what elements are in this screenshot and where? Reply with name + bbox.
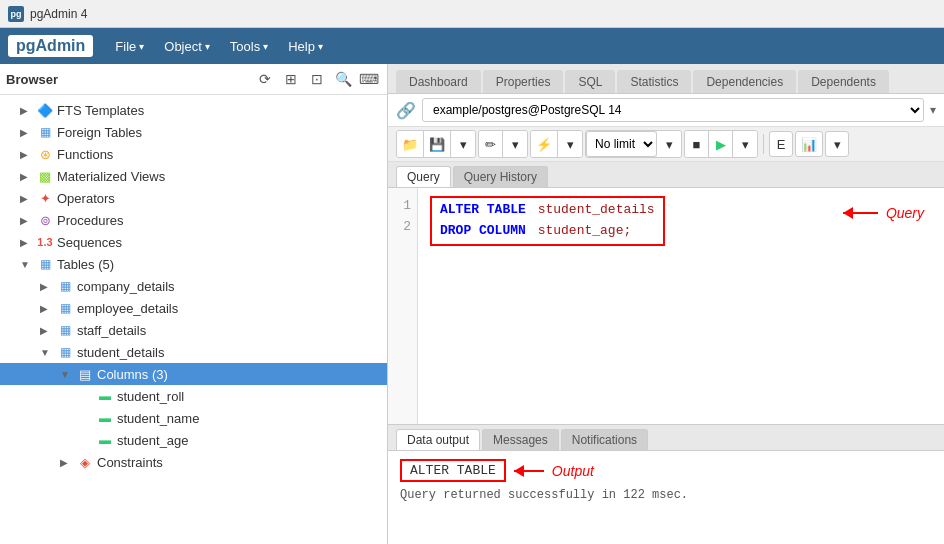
right-panel: Dashboard Properties SQL Statistics Depe…	[388, 64, 944, 544]
expand-icon[interactable]: ▶	[40, 325, 56, 336]
sidebar-item-student-details[interactable]: ▼ ▦ student_details	[0, 341, 387, 363]
tab-query[interactable]: Query	[396, 166, 451, 187]
grid-view-button[interactable]: ⊞	[279, 68, 303, 90]
sidebar-item-operators[interactable]: ▶ ✦ Operators	[0, 187, 387, 209]
proc-icon: ⊚	[36, 212, 54, 228]
save-dropdown-button[interactable]: ▾	[451, 131, 475, 157]
menu-help[interactable]: Help ▾	[278, 33, 333, 60]
expand-icon[interactable]: ▶	[60, 457, 76, 468]
run-button[interactable]: ▶	[709, 131, 733, 157]
expand-icon[interactable]: ▶	[20, 149, 36, 160]
sidebar-item-constraints[interactable]: ▶ ◈ Constraints	[0, 451, 387, 473]
output-arrow-line	[514, 470, 544, 472]
no-toggle	[80, 435, 96, 446]
sidebar-item-functions[interactable]: ▶ ⊛ Functions	[0, 143, 387, 165]
explain-analyze-button[interactable]: 📊	[795, 131, 823, 157]
code-area[interactable]: ALTER TABLE student_details DROP COLUMN …	[418, 188, 944, 424]
app-logo: pgAdmin	[8, 35, 93, 57]
expand-icon[interactable]: ▶	[20, 127, 36, 138]
arrow-line	[843, 212, 878, 214]
run-dropdown-button[interactable]: ▾	[733, 131, 757, 157]
sidebar-item-label: student_roll	[117, 389, 184, 404]
tab-dependencies[interactable]: Dependencies	[693, 70, 796, 93]
filter-button[interactable]: ⚡	[531, 131, 558, 157]
tab-notifications[interactable]: Notifications	[561, 429, 648, 450]
menu-file[interactable]: File ▾	[105, 33, 154, 60]
sidebar-item-staff-details[interactable]: ▶ ▦ staff_details	[0, 319, 387, 341]
query-tabs: Query Query History	[388, 162, 944, 188]
sidebar-item-label: Operators	[57, 191, 115, 206]
sidebar: Browser ⟳ ⊞ ⊡ 🔍 ⌨ ▶ 🔷 FTS Templates ▶ ▦ …	[0, 64, 388, 544]
tab-properties[interactable]: Properties	[483, 70, 564, 93]
connection-select[interactable]: example/postgres@PostgreSQL 14	[422, 98, 924, 122]
sidebar-item-student-name[interactable]: ▬ student_name	[0, 407, 387, 429]
expand-icon[interactable]: ▶	[20, 171, 36, 182]
sidebar-item-mat-views[interactable]: ▶ ▩ Materialized Views	[0, 165, 387, 187]
sidebar-item-company-details[interactable]: ▶ ▦ company_details	[0, 275, 387, 297]
sidebar-item-employee-details[interactable]: ▶ ▦ employee_details	[0, 297, 387, 319]
limit-control: No limit 100 500 1000 ▾	[585, 130, 682, 158]
logo-text: pgAdmin	[16, 37, 85, 54]
tab-dashboard[interactable]: Dashboard	[396, 70, 481, 93]
sidebar-tree[interactable]: ▶ 🔷 FTS Templates ▶ ▦ Foreign Tables ▶ ⊛…	[0, 95, 387, 544]
keyword-drop: DROP COLUMN	[440, 221, 526, 242]
tab-data-output[interactable]: Data output	[396, 429, 480, 450]
line-numbers: 1 2	[388, 188, 418, 424]
query-editor[interactable]: 1 2 ALTER TABLE student_details DROP COL…	[388, 188, 944, 424]
tab-query-history[interactable]: Query History	[453, 166, 548, 187]
expand-icon[interactable]: ▶	[20, 215, 36, 226]
sidebar-item-label: staff_details	[77, 323, 146, 338]
sidebar-item-fts[interactable]: ▶ 🔷 FTS Templates	[0, 99, 387, 121]
expand-icon[interactable]: ▶	[40, 281, 56, 292]
tab-messages[interactable]: Messages	[482, 429, 559, 450]
terminal-button[interactable]: ⌨	[357, 68, 381, 90]
expand-icon[interactable]: ▶	[20, 237, 36, 248]
tab-dependents[interactable]: Dependents	[798, 70, 889, 93]
sidebar-item-label: student_details	[77, 345, 164, 360]
query-editor-wrapper: Query Query History 1 2 ALTER TABLE stud…	[388, 162, 944, 424]
output-label-text: Output	[552, 463, 594, 479]
expand-icon[interactable]: ▶	[20, 193, 36, 204]
sidebar-item-student-age[interactable]: ▬ student_age	[0, 429, 387, 451]
sidebar-item-procedures[interactable]: ▶ ⊚ Procedures	[0, 209, 387, 231]
filter-dropdown-button[interactable]: ▾	[558, 131, 582, 157]
separator	[763, 134, 764, 154]
sidebar-item-columns[interactable]: ▼ ▤ Columns (3)	[0, 363, 387, 385]
limit-dropdown-button[interactable]: ▾	[657, 131, 681, 157]
sidebar-item-student-roll[interactable]: ▬ student_roll	[0, 385, 387, 407]
edit-button[interactable]: ✏	[479, 131, 503, 157]
tab-sql[interactable]: SQL	[565, 70, 615, 93]
connection-bar: 🔗 example/postgres@PostgreSQL 14 ▾	[388, 94, 944, 127]
more-button[interactable]: ▾	[825, 131, 849, 157]
collapse-icon[interactable]: ▼	[60, 369, 76, 380]
collapse-icon[interactable]: ▼	[40, 347, 56, 358]
menu-tools[interactable]: Tools ▾	[220, 33, 278, 60]
expand-icon[interactable]: ▶	[20, 105, 36, 116]
func-icon: ⊛	[36, 146, 54, 162]
chevron-down-icon: ▾	[318, 41, 323, 52]
menu-object[interactable]: Object ▾	[154, 33, 220, 60]
search-button[interactable]: 🔍	[331, 68, 355, 90]
refresh-button[interactable]: ⟳	[253, 68, 277, 90]
table-icon: ▦	[56, 344, 74, 360]
edit-dropdown-button[interactable]: ▾	[503, 131, 527, 157]
app-title: pgAdmin 4	[30, 7, 87, 21]
filter-button[interactable]: ⊡	[305, 68, 329, 90]
open-file-button[interactable]: 📁	[397, 131, 424, 157]
app-icon: pg	[8, 6, 24, 22]
fts-icon: 🔷	[36, 102, 54, 118]
stop-button[interactable]: ■	[685, 131, 709, 157]
sidebar-item-label: Sequences	[57, 235, 122, 250]
sql-line-1: ALTER TABLE student_details	[440, 200, 655, 221]
sidebar-item-foreign-tables[interactable]: ▶ ▦ Foreign Tables	[0, 121, 387, 143]
save-file-button[interactable]: 💾	[424, 131, 451, 157]
sidebar-item-tables[interactable]: ▼ ▦ Tables (5)	[0, 253, 387, 275]
limit-select[interactable]: No limit 100 500 1000	[586, 131, 657, 157]
sidebar-item-label: Constraints	[97, 455, 163, 470]
explain-button[interactable]: E	[769, 131, 793, 157]
tab-statistics[interactable]: Statistics	[617, 70, 691, 93]
collapse-icon[interactable]: ▼	[20, 259, 36, 270]
query-annotation: Query	[843, 202, 924, 224]
expand-icon[interactable]: ▶	[40, 303, 56, 314]
sidebar-item-sequences[interactable]: ▶ 1.3 Sequences	[0, 231, 387, 253]
